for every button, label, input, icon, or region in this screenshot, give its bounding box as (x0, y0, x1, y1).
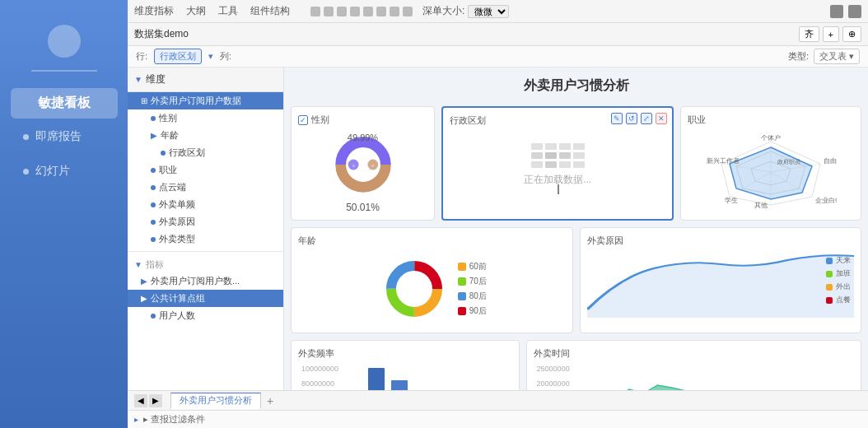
sidebar-item-report[interactable]: 即席报告 (11, 123, 118, 151)
toolbar2-btn-other[interactable]: ⊕ (842, 26, 861, 42)
bottom-nav-prev[interactable]: ◀ (134, 394, 147, 407)
reason-label-diancai: 点餐 (836, 295, 851, 305)
frequency-bars-container: 从不 每周1-3次 每周4-10次 (342, 365, 512, 390)
tree-label-age: 年龄 (161, 129, 179, 142)
sidebar-dot-slides (23, 169, 29, 174)
tree-label-delivery-users-2: 外卖用户订阅用户数... (151, 275, 240, 287)
loading-grid (531, 143, 585, 168)
frequency-bar-chart (342, 365, 512, 390)
occupation-radar-area: 个体户 自由职业者 企业白领 学生 新兴工作者 其他 政府职员 (688, 131, 854, 213)
tree-dot-user-count (151, 314, 156, 319)
reason-title-label: 外卖原因 (587, 235, 623, 247)
gender-check-icon[interactable]: ✓ (298, 115, 308, 125)
chart-district[interactable]: 行政区划 ✎ ↺ ⤢ ✕ 正在加载数据... (441, 106, 674, 221)
tree-node-age-group[interactable]: ▶ 年龄 (128, 127, 283, 144)
filter-dropdown-icon[interactable]: ▾ (208, 51, 213, 62)
frequency-y-labels: 100000000 80000000 60000000 40000000 200… (298, 365, 342, 390)
sidebar-item-dashboard[interactable]: 敏捷看板 (11, 88, 118, 119)
tree-node-type[interactable]: 外卖类型 (128, 230, 283, 248)
tree-node-reason[interactable]: 外卖原因 (128, 213, 283, 230)
chart-age: 年龄 60前 (291, 227, 573, 333)
filter-district-tag[interactable]: 行政区划 (154, 49, 202, 64)
reason-label-tianla: 天来 (836, 255, 851, 266)
age-dot-60 (458, 263, 466, 271)
tree-node-delivery-users-2[interactable]: ▶ 外卖用户订阅用户数... (128, 272, 283, 290)
reason-legend-jiaaban: 加班 (826, 268, 851, 279)
bottom-nav-next[interactable]: ▶ (149, 394, 162, 407)
tree-label-cloudpoint: 点云端 (159, 181, 186, 193)
window-icon[interactable] (848, 5, 861, 18)
menu-tools[interactable]: 工具 (218, 4, 238, 18)
content-area: ▼ 维度 ⊞ 外卖用户订阅用户数据 性别 ▶ 年龄 行政区划 职业 (128, 67, 868, 390)
toolbar-icon-3[interactable] (337, 7, 347, 16)
age-legend-60: 60前 (458, 261, 487, 272)
tree-node-user-count[interactable]: 用户人数 (128, 307, 283, 324)
reason-dot-tianla (826, 258, 833, 264)
tree-dot-occupation (151, 168, 156, 173)
reason-chart-container: 天来 加班 外出 点餐 (587, 252, 855, 326)
male-pct: 50.01% (346, 202, 380, 213)
time-y5: 25000000 (537, 365, 570, 373)
toolbar-icon-4[interactable] (350, 7, 360, 16)
toolbar-icon-2[interactable] (324, 7, 334, 16)
age-label-70: 70后 (469, 276, 487, 287)
reason-legend-diancai: 点餐 (826, 295, 851, 305)
chart-occupation-title-bar: 职业 (688, 114, 854, 126)
tree-node-freq[interactable]: 外卖单频 (128, 196, 283, 213)
sidebar-logo (48, 25, 81, 58)
cursor-indicator (558, 184, 559, 194)
sidebar-item-slides[interactable]: 幻灯片 (11, 157, 118, 185)
district-refresh-btn[interactable]: ↺ (626, 113, 637, 124)
grid-view-icon[interactable] (830, 5, 843, 18)
tree-node-occupation[interactable]: 职业 (128, 161, 283, 179)
age-donut-svg (377, 256, 451, 322)
chart-occupation: 职业 (680, 106, 861, 221)
filter-expand-icon[interactable]: ▸ (134, 415, 138, 424)
gender-title-label: 性别 (311, 114, 329, 126)
age-label-90: 90后 (469, 305, 487, 317)
toolbar2-btn-add[interactable]: 齐 (799, 26, 819, 42)
reason-legend-tianla: 天来 (826, 255, 851, 266)
zoom-select[interactable]: 微微 小 中 (468, 5, 509, 18)
tree-node-cloudpoint[interactable]: 点云端 (128, 179, 283, 196)
toolbar2-btn-grid[interactable]: + (823, 26, 839, 42)
dashboard-title: 外卖用户习惯分析 (291, 74, 861, 100)
freq-y5: 100000000 (301, 365, 338, 373)
toolbar-icon-6[interactable] (376, 7, 386, 16)
bar-4-10 (391, 380, 408, 390)
occupation-radar-svg: 个体户 自由职业者 企业白领 学生 新兴工作者 其他 政府职员 (705, 135, 837, 209)
tree-node-gender[interactable]: 性别 (128, 109, 283, 127)
filter-bottom-label: ▸ 查报过滤条件 (143, 413, 205, 426)
tree-label-freq: 外卖单频 (159, 198, 195, 211)
toolbar-icon-1[interactable] (310, 7, 320, 16)
bottom-tab-main[interactable]: 外卖用户习惯分析 (170, 393, 261, 409)
time-y4: 20000000 (537, 379, 570, 388)
tree-dot-district (161, 151, 166, 156)
reason-dot-diancai (826, 297, 833, 304)
sidebar-dot-report (23, 134, 29, 140)
age-label-60: 60前 (469, 261, 487, 272)
reason-chart-svg (587, 252, 855, 318)
tree-node-public-calc[interactable]: ▶ 公共计算点组 (128, 290, 283, 307)
toolbar-icon-5[interactable] (363, 7, 373, 16)
menu-component-structure[interactable]: 组件结构 (250, 4, 290, 18)
toolbar-icon-8[interactable] (403, 7, 413, 16)
reason-legend-wachu: 外出 (826, 281, 851, 292)
district-edit-btn[interactable]: ✎ (611, 113, 623, 124)
tree-dot-freq (151, 202, 156, 207)
district-close-btn[interactable]: ✕ (656, 113, 667, 124)
district-expand-btn[interactable]: ⤢ (641, 113, 652, 124)
menu-outline[interactable]: 大纲 (186, 4, 206, 18)
frequency-chart-area: 100000000 80000000 60000000 40000000 200… (298, 365, 512, 390)
tree-node-district[interactable]: 行政区划 (128, 144, 283, 161)
bottom-tab-add[interactable]: + (263, 393, 278, 408)
tree-node-delivery-users[interactable]: ⊞ 外卖用户订阅用户数据 (128, 92, 283, 109)
type-dropdown[interactable]: 交叉表 ▾ (814, 49, 860, 64)
chart-time: 外卖时间 25000000 20000000 15000000 10000000… (526, 340, 861, 390)
sidebar-label-slides: 幻灯片 (35, 164, 70, 179)
female-pct: 49.99% (348, 133, 378, 142)
app-topbar: 维度指标 大纲 工具 组件结构 深单大小: 微微 小 中 (128, 0, 868, 23)
menu-dimensions[interactable]: 维度指标 (134, 4, 174, 18)
gender-pct-labels: 49.99% (348, 133, 378, 142)
toolbar-icon-7[interactable] (390, 7, 399, 16)
